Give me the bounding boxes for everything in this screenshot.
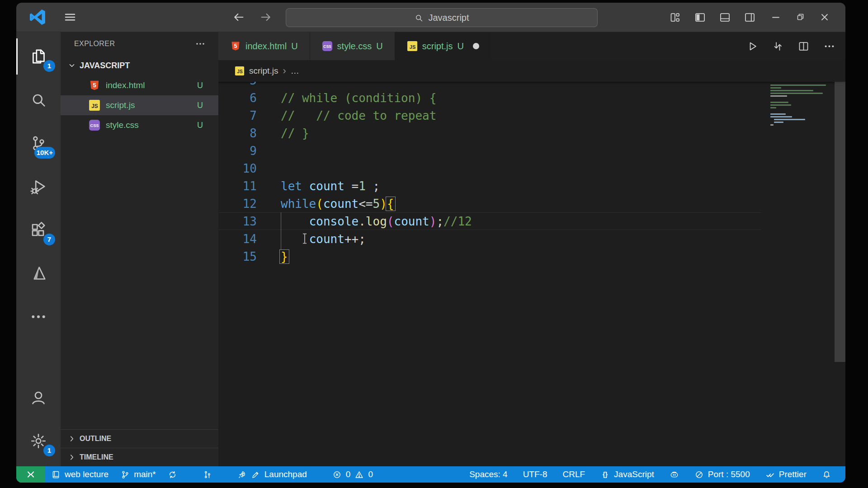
activity-accounts[interactable] [16, 376, 61, 419]
line-number: 11 [218, 179, 257, 193]
explorer-more-icon[interactable] [195, 38, 206, 49]
status-port[interactable]: Port : 5500 [687, 466, 758, 483]
tab-index.html[interactable]: 5index.htmlU [218, 32, 310, 60]
more-actions-button[interactable] [823, 40, 835, 52]
activity-prism-extension[interactable] [16, 252, 61, 295]
svg-text:JS: JS [410, 44, 415, 50]
explorer-sidebar: EXPLORER JAVASCRIPT 5index.htmlUJSscript… [61, 32, 218, 466]
explorer-title: EXPLORER [74, 40, 115, 48]
open-changes-button[interactable] [772, 40, 784, 52]
activity-source-control[interactable]: 10K+ [16, 122, 61, 165]
breadcrumb-file[interactable]: script.js [249, 66, 278, 76]
toggle-panel-button[interactable] [719, 11, 731, 23]
customize-layout-button[interactable] [669, 11, 681, 23]
svg-text:CSS: CSS [90, 123, 99, 128]
maximize-button[interactable] [795, 12, 806, 23]
breadcrumb: JS script.js › … [218, 60, 845, 82]
back-arrow-icon[interactable] [232, 3, 245, 32]
activity-explorer[interactable]: 1 [16, 35, 61, 78]
bell-icon [822, 470, 831, 479]
activity-settings[interactable]: 1 [16, 419, 61, 463]
activity-more-views[interactable] [16, 295, 61, 338]
tab-style.css[interactable]: CSSstyle.cssU [310, 32, 395, 60]
workspace-folder-javascript[interactable]: JAVASCRIPT [61, 56, 218, 75]
dirty-indicator[interactable] [473, 43, 479, 49]
sync-icon [168, 470, 177, 479]
status-language[interactable]: {}JavaScript [593, 466, 662, 483]
svg-text:5: 5 [93, 82, 96, 89]
code-line-10: 10 [218, 160, 761, 177]
activity-search[interactable] [16, 78, 61, 122]
line-content: let count =1 ; [281, 179, 380, 193]
chevron-down-icon [67, 61, 77, 70]
toggle-primary-sidebar-button[interactable] [694, 11, 706, 23]
status-eol[interactable]: CRLF [555, 466, 593, 483]
command-center-search[interactable]: Javascript [286, 8, 598, 27]
toggle-secondary-sidebar-button[interactable] [744, 11, 756, 23]
tab-script.js[interactable]: JSscript.jsU [395, 32, 491, 60]
mouse-ibeam-cursor [302, 233, 308, 247]
vertical-scrollbar[interactable] [835, 82, 845, 362]
titlebar: Javascript [16, 3, 845, 32]
status-copilot[interactable] [662, 466, 687, 483]
html-icon: 5 [230, 41, 241, 52]
html-icon: 5 [89, 80, 100, 91]
line-number: 14 [218, 232, 257, 246]
code-line-14: 14 count++; [218, 230, 761, 248]
status-bar: web lecturemain*Launchpad00 Spaces: 4UTF… [16, 466, 845, 483]
section-outline[interactable]: OUTLINE [61, 429, 218, 448]
split-editor-button[interactable] [797, 40, 810, 52]
code-line-15: 15} [218, 248, 761, 265]
file-index.html[interactable]: 5index.htmlU [61, 75, 218, 95]
tab-git-badge: U [376, 41, 382, 52]
git-graph-icon [203, 470, 212, 479]
copilot-icon [670, 470, 679, 479]
line-content: count++; [281, 232, 366, 246]
status-notifications[interactable] [814, 466, 839, 483]
tab-label: style.css [337, 41, 372, 52]
svg-text:5: 5 [234, 43, 237, 49]
file-script.js[interactable]: JSscript.jsU [61, 95, 218, 115]
minimize-button[interactable] [770, 12, 781, 23]
status-branch[interactable]: main* [114, 466, 162, 483]
status-sync[interactable] [162, 466, 183, 483]
code-editor[interactable]: 56// while (condition) {7// // code to r… [218, 82, 845, 466]
line-content: while(count<=5){ [281, 197, 394, 211]
indent-guide [281, 212, 281, 249]
vscode-window: Javascript 110K+7 1 EXPLORER JAVASCRIPT … [16, 3, 845, 483]
line-number: 8 [218, 127, 257, 140]
copilot-button[interactable] [604, 3, 608, 32]
search-label: Javascript [428, 13, 469, 23]
status-launchpad[interactable]: Launchpad [231, 466, 313, 483]
activity-run-debug[interactable] [16, 165, 61, 208]
tab-label: script.js [422, 41, 453, 52]
breadcrumb-more[interactable]: … [291, 66, 299, 76]
status-git-graph[interactable] [197, 466, 218, 483]
remote-indicator[interactable] [16, 466, 45, 483]
tab-git-badge: U [458, 41, 464, 52]
menu-icon[interactable] [63, 3, 77, 32]
status-prettier[interactable]: Prettier [758, 466, 814, 483]
status-problems[interactable]: 00 [326, 466, 379, 483]
section-timeline[interactable]: TIMELINE [61, 448, 218, 466]
status-label: Port : 5500 [708, 469, 750, 479]
forward-arrow-icon[interactable] [259, 3, 272, 32]
section-label: OUTLINE [80, 435, 111, 443]
braces-icon: {} [600, 470, 610, 479]
circle-slash-icon [694, 470, 704, 479]
account-icon [29, 389, 47, 407]
main-area: 110K+7 1 EXPLORER JAVASCRIPT 5index.html… [16, 32, 845, 466]
status-project[interactable]: web lecture [45, 466, 114, 483]
minimap[interactable] [770, 84, 830, 127]
file-style.css[interactable]: CSSstyle.cssU [61, 115, 218, 135]
badge-settings: 1 [43, 445, 55, 456]
vscode-logo [28, 3, 47, 32]
activity-extensions[interactable]: 7 [16, 208, 61, 252]
css-icon: CSS [322, 41, 333, 52]
git-status-badge: U [197, 121, 203, 130]
status-indentation[interactable]: Spaces: 4 [462, 466, 515, 483]
run-button[interactable] [746, 40, 758, 52]
code-line-6: 6// while (condition) { [218, 89, 761, 107]
status-encoding[interactable]: UTF-8 [515, 466, 555, 483]
close-button[interactable] [819, 12, 830, 23]
